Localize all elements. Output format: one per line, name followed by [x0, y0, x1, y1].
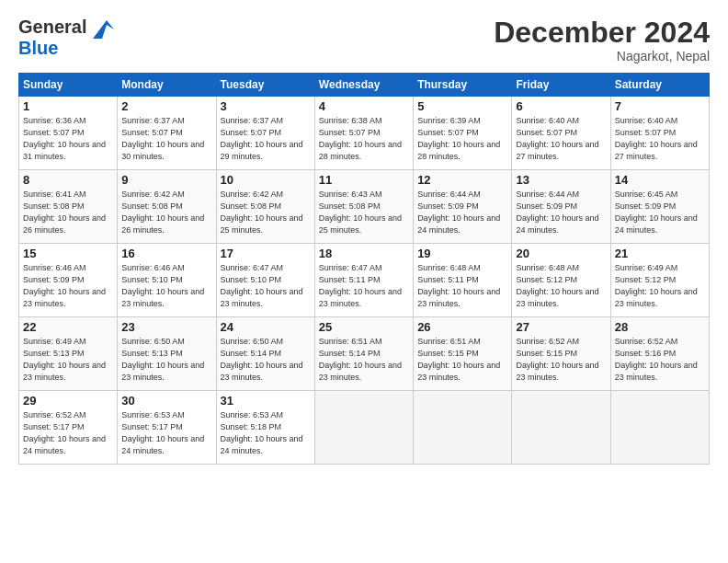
day-number: 22 [23, 320, 113, 334]
table-cell: 26Sunrise: 6:51 AMSunset: 5:15 PMDayligh… [414, 317, 512, 391]
table-cell: 4Sunrise: 6:38 AMSunset: 5:07 PMDaylight… [314, 97, 413, 170]
col-tuesday: Tuesday [216, 74, 314, 97]
day-info: Sunrise: 6:52 AMSunset: 5:15 PMDaylight:… [516, 337, 598, 382]
day-number: 28 [615, 320, 705, 334]
table-cell: 2Sunrise: 6:37 AMSunset: 5:07 PMDaylight… [118, 97, 216, 170]
table-cell: 6Sunrise: 6:40 AMSunset: 5:07 PMDaylight… [512, 97, 610, 170]
day-number: 2 [121, 99, 211, 113]
day-number: 20 [516, 247, 606, 260]
day-number: 29 [23, 394, 113, 408]
logo-general: General [18, 17, 86, 37]
table-cell: 10Sunrise: 6:42 AMSunset: 5:08 PMDayligh… [216, 170, 314, 244]
table-cell: 16Sunrise: 6:46 AMSunset: 5:10 PMDayligh… [118, 244, 216, 317]
table-cell: 24Sunrise: 6:50 AMSunset: 5:14 PMDayligh… [216, 317, 314, 391]
day-info: Sunrise: 6:38 AMSunset: 5:07 PMDaylight:… [319, 116, 402, 161]
day-number: 26 [417, 320, 507, 334]
day-number: 3 [221, 99, 311, 113]
header: General Blue December 2024 Nagarkot, Nep… [18, 17, 710, 63]
day-number: 27 [516, 320, 606, 334]
day-info: Sunrise: 6:48 AMSunset: 5:11 PMDaylight:… [417, 263, 500, 308]
day-info: Sunrise: 6:39 AMSunset: 5:07 PMDaylight:… [417, 116, 500, 161]
day-info: Sunrise: 6:43 AMSunset: 5:08 PMDaylight:… [319, 190, 402, 235]
day-info: Sunrise: 6:47 AMSunset: 5:10 PMDaylight:… [221, 263, 303, 308]
table-cell: 29Sunrise: 6:52 AMSunset: 5:17 PMDayligh… [19, 391, 118, 465]
table-cell: 13Sunrise: 6:44 AMSunset: 5:09 PMDayligh… [512, 170, 610, 244]
table-cell [314, 391, 413, 465]
table-cell: 8Sunrise: 6:41 AMSunset: 5:08 PMDaylight… [19, 170, 118, 244]
logo-blue: Blue [18, 38, 58, 58]
day-info: Sunrise: 6:50 AMSunset: 5:13 PMDaylight:… [121, 337, 204, 382]
table-cell: 27Sunrise: 6:52 AMSunset: 5:15 PMDayligh… [512, 317, 610, 391]
day-info: Sunrise: 6:51 AMSunset: 5:14 PMDaylight:… [319, 337, 402, 382]
calendar-header-row: Sunday Monday Tuesday Wednesday Thursday… [19, 74, 710, 97]
table-cell: 30Sunrise: 6:53 AMSunset: 5:17 PMDayligh… [118, 391, 216, 465]
col-thursday: Thursday [414, 74, 512, 97]
table-cell: 5Sunrise: 6:39 AMSunset: 5:07 PMDaylight… [414, 97, 512, 170]
day-info: Sunrise: 6:48 AMSunset: 5:12 PMDaylight:… [516, 263, 598, 308]
title-area: December 2024 Nagarkot, Nepal [494, 17, 710, 63]
table-cell: 22Sunrise: 6:49 AMSunset: 5:13 PMDayligh… [19, 317, 118, 391]
day-number: 14 [615, 173, 705, 187]
table-cell [512, 391, 610, 465]
day-info: Sunrise: 6:42 AMSunset: 5:08 PMDaylight:… [221, 190, 303, 235]
day-number: 11 [319, 173, 409, 187]
table-cell: 15Sunrise: 6:46 AMSunset: 5:09 PMDayligh… [19, 244, 118, 317]
col-sunday: Sunday [19, 74, 118, 97]
day-number: 7 [615, 99, 705, 113]
day-number: 25 [319, 320, 409, 334]
table-cell: 7Sunrise: 6:40 AMSunset: 5:07 PMDaylight… [610, 97, 709, 170]
day-number: 18 [319, 247, 409, 260]
day-number: 16 [121, 247, 211, 260]
table-cell: 21Sunrise: 6:49 AMSunset: 5:12 PMDayligh… [610, 244, 709, 317]
logo: General Blue [18, 17, 116, 59]
day-info: Sunrise: 6:37 AMSunset: 5:07 PMDaylight:… [221, 116, 303, 161]
table-cell: 14Sunrise: 6:45 AMSunset: 5:09 PMDayligh… [610, 170, 709, 244]
day-number: 5 [417, 99, 507, 113]
location: Nagarkot, Nepal [494, 49, 710, 63]
day-number: 8 [23, 173, 113, 187]
logo-icon [88, 16, 116, 43]
table-cell [414, 391, 512, 465]
day-info: Sunrise: 6:49 AMSunset: 5:12 PMDaylight:… [615, 263, 698, 308]
table-cell: 17Sunrise: 6:47 AMSunset: 5:10 PMDayligh… [216, 244, 314, 317]
table-cell: 19Sunrise: 6:48 AMSunset: 5:11 PMDayligh… [414, 244, 512, 317]
table-cell: 11Sunrise: 6:43 AMSunset: 5:08 PMDayligh… [314, 170, 413, 244]
table-cell: 18Sunrise: 6:47 AMSunset: 5:11 PMDayligh… [314, 244, 413, 317]
day-info: Sunrise: 6:53 AMSunset: 5:18 PMDaylight:… [221, 410, 303, 455]
calendar-page: General Blue December 2024 Nagarkot, Nep… [0, 0, 728, 563]
day-info: Sunrise: 6:46 AMSunset: 5:09 PMDaylight:… [23, 263, 106, 308]
month-title: December 2024 [494, 17, 710, 49]
day-info: Sunrise: 6:51 AMSunset: 5:15 PMDaylight:… [417, 337, 500, 382]
table-cell: 9Sunrise: 6:42 AMSunset: 5:08 PMDaylight… [118, 170, 216, 244]
day-info: Sunrise: 6:40 AMSunset: 5:07 PMDaylight:… [516, 116, 598, 161]
day-number: 31 [221, 394, 311, 408]
table-cell: 25Sunrise: 6:51 AMSunset: 5:14 PMDayligh… [314, 317, 413, 391]
day-number: 10 [221, 173, 311, 187]
day-number: 19 [417, 247, 507, 260]
day-number: 15 [23, 247, 113, 260]
day-info: Sunrise: 6:41 AMSunset: 5:08 PMDaylight:… [23, 190, 106, 235]
day-info: Sunrise: 6:53 AMSunset: 5:17 PMDaylight:… [121, 410, 204, 455]
col-monday: Monday [118, 74, 216, 97]
table-cell: 20Sunrise: 6:48 AMSunset: 5:12 PMDayligh… [512, 244, 610, 317]
day-number: 21 [615, 247, 705, 260]
day-info: Sunrise: 6:47 AMSunset: 5:11 PMDaylight:… [319, 263, 402, 308]
day-info: Sunrise: 6:46 AMSunset: 5:10 PMDaylight:… [121, 263, 204, 308]
calendar-table: Sunday Monday Tuesday Wednesday Thursday… [18, 73, 710, 465]
day-info: Sunrise: 6:44 AMSunset: 5:09 PMDaylight:… [417, 190, 500, 235]
day-number: 6 [516, 99, 606, 113]
day-info: Sunrise: 6:40 AMSunset: 5:07 PMDaylight:… [615, 116, 698, 161]
day-info: Sunrise: 6:50 AMSunset: 5:14 PMDaylight:… [221, 337, 303, 382]
svg-marker-0 [93, 20, 114, 39]
table-cell: 12Sunrise: 6:44 AMSunset: 5:09 PMDayligh… [414, 170, 512, 244]
day-number: 23 [121, 320, 211, 334]
table-cell [610, 391, 709, 465]
table-cell: 31Sunrise: 6:53 AMSunset: 5:18 PMDayligh… [216, 391, 314, 465]
day-number: 12 [417, 173, 507, 187]
day-info: Sunrise: 6:36 AMSunset: 5:07 PMDaylight:… [23, 116, 106, 161]
day-info: Sunrise: 6:45 AMSunset: 5:09 PMDaylight:… [615, 190, 698, 235]
table-cell: 28Sunrise: 6:52 AMSunset: 5:16 PMDayligh… [610, 317, 709, 391]
table-cell: 23Sunrise: 6:50 AMSunset: 5:13 PMDayligh… [118, 317, 216, 391]
day-info: Sunrise: 6:42 AMSunset: 5:08 PMDaylight:… [121, 190, 204, 235]
day-info: Sunrise: 6:44 AMSunset: 5:09 PMDaylight:… [516, 190, 598, 235]
